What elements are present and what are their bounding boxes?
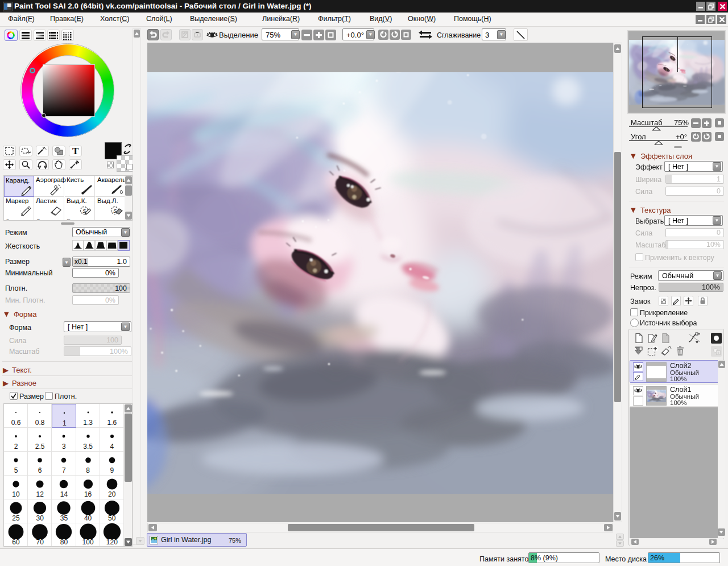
svg-text:S: S <box>113 208 117 214</box>
